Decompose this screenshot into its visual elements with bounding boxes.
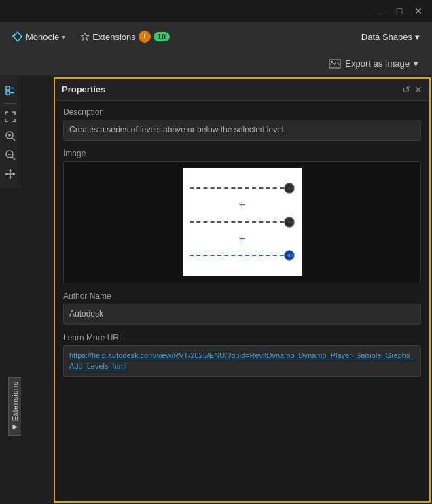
image-field: Image xyxy=(63,149,421,283)
svg-line-11 xyxy=(12,138,15,141)
panel-body: Description Creates a series of levels a… xyxy=(55,101,429,501)
svg-line-14 xyxy=(12,157,15,160)
extensions-menu[interactable]: Extensions ! 10 xyxy=(75,26,175,47)
svg-marker-17 xyxy=(9,169,12,171)
panel-title: Properties xyxy=(62,84,105,94)
svg-rect-4 xyxy=(6,86,10,90)
zoom-in-button[interactable] xyxy=(1,127,19,145)
left-toolbar xyxy=(0,76,20,188)
maximize-button[interactable]: □ xyxy=(391,4,408,18)
data-shapes-chevron-icon: ▾ xyxy=(415,32,420,42)
learn-more-label: Learn More URL xyxy=(63,333,421,342)
close-button[interactable]: ✕ xyxy=(410,4,427,18)
svg-rect-6 xyxy=(6,91,10,94)
image-inner: + xyxy=(183,168,302,276)
left-column: ◀ Extensions xyxy=(0,76,20,504)
monocle-icon xyxy=(12,31,23,42)
svg-point-3 xyxy=(331,60,333,62)
export-as-image-button[interactable]: Export as Image ▾ xyxy=(322,56,425,71)
dashed-line-2 xyxy=(190,221,284,223)
learn-more-url[interactable]: https://help.autodesk.com/view/RVT/2023/… xyxy=(63,345,421,377)
arrow-end-blue xyxy=(284,250,295,261)
warning-badge: ! xyxy=(139,31,151,43)
image-label: Image xyxy=(63,149,421,158)
title-bar: – □ ✕ xyxy=(0,0,432,22)
arrow-end-2 xyxy=(284,217,295,228)
main-area: ◀ Extensions Properties ↺ ✕ Description … xyxy=(0,76,432,504)
description-value: Creates a series of levels above or belo… xyxy=(63,120,421,141)
panel-close-button[interactable]: ✕ xyxy=(414,84,422,95)
menu-bar-right: Data Shapes ▾ xyxy=(355,28,427,46)
plus-icon-2: + xyxy=(239,233,245,245)
fullscreen-icon xyxy=(5,111,16,122)
dashed-line-1 xyxy=(190,187,284,189)
toolbar-separator xyxy=(3,103,17,104)
zoom-in-icon xyxy=(5,130,16,141)
author-value: Autodesk xyxy=(63,304,421,325)
pan-icon xyxy=(5,168,16,179)
pointer-icon xyxy=(5,85,16,96)
pointer-tool-button[interactable] xyxy=(1,82,19,99)
zoom-out-button[interactable] xyxy=(1,146,19,164)
svg-marker-20 xyxy=(13,173,15,175)
extensions-tab-arrow-icon: ◀ xyxy=(12,424,19,432)
zoom-out-icon xyxy=(5,149,16,160)
export-chevron-icon: ▾ xyxy=(414,58,418,69)
svg-marker-1 xyxy=(81,33,89,41)
properties-panel: Properties ↺ ✕ Description Creates a ser… xyxy=(54,77,431,503)
image-preview: + xyxy=(63,161,421,283)
export-image-icon xyxy=(329,59,341,69)
menu-bar: Monocle ▾ Extensions ! 10 Data Shapes ▾ xyxy=(0,22,432,52)
level-line-2 xyxy=(190,214,295,230)
level-line-3 xyxy=(190,247,295,264)
panel-header-icons: ↺ ✕ xyxy=(402,84,422,95)
svg-marker-19 xyxy=(5,173,7,175)
level-line-1 xyxy=(190,180,295,196)
data-shapes-menu[interactable]: Data Shapes ▾ xyxy=(355,28,427,46)
description-label: Description xyxy=(63,107,421,117)
description-field: Description Creates a series of levels a… xyxy=(63,107,421,141)
export-bar: Export as Image ▾ xyxy=(0,52,432,76)
canvas-area[interactable]: Properties ↺ ✕ Description Creates a ser… xyxy=(20,76,432,504)
count-badge: 10 xyxy=(154,32,170,41)
fullscreen-button[interactable] xyxy=(1,108,19,126)
arrow-end-1 xyxy=(284,183,295,194)
author-label: Author Name xyxy=(63,291,421,301)
plus-1: + xyxy=(190,200,295,211)
star-icon xyxy=(80,32,90,41)
plus-icon-1: + xyxy=(239,199,245,211)
author-field: Author Name Autodesk xyxy=(63,291,421,325)
minimize-button[interactable]: – xyxy=(372,4,389,18)
panel-reset-button[interactable]: ↺ xyxy=(402,84,410,95)
dashed-line-blue xyxy=(190,255,284,256)
plus-2: + xyxy=(190,234,295,245)
learn-more-field: Learn More URL https://help.autodesk.com… xyxy=(63,333,421,377)
monocle-menu[interactable]: Monocle ▾ xyxy=(5,27,72,46)
svg-marker-18 xyxy=(9,177,12,179)
panel-header: Properties ↺ ✕ xyxy=(55,79,429,101)
pan-button[interactable] xyxy=(1,165,19,183)
extensions-side-tab[interactable]: ◀ Extensions xyxy=(8,377,21,436)
monocle-chevron-icon: ▾ xyxy=(62,33,65,41)
